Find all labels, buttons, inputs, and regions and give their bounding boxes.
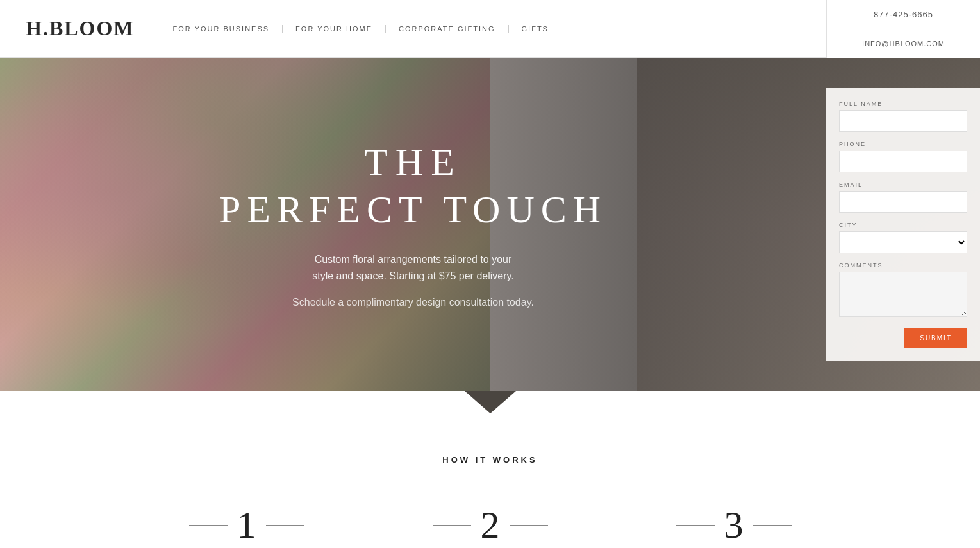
- hero-subtitle: Custom floral arrangements tailored to y…: [38, 251, 788, 284]
- comments-field: COMMENTS: [839, 262, 967, 319]
- city-select[interactable]: [839, 231, 967, 253]
- step-2-line-left: [433, 525, 471, 526]
- svg-marker-0: [465, 391, 516, 413]
- step-3-line-right: [753, 525, 792, 526]
- comments-label: COMMENTS: [839, 262, 967, 269]
- full-name-input[interactable]: [839, 110, 967, 132]
- phone-input[interactable]: [839, 151, 967, 172]
- section-title: HOW IT WORKS: [26, 455, 954, 465]
- contact-form: FULL NAME PHONE EMAIL CITY COMMENTS: [826, 88, 980, 361]
- city-field: CITY: [839, 222, 967, 253]
- nav-for-your-home[interactable]: FOR YOUR HOME: [283, 25, 386, 33]
- step-3-number: 3: [724, 503, 743, 547]
- chevron-icon: [465, 391, 516, 413]
- step-3-line-left: [676, 525, 715, 526]
- hero-cta: Schedule a complimentary design consulta…: [38, 297, 788, 308]
- nav-corporate-gifting[interactable]: CORPORATE GIFTING: [386, 25, 509, 33]
- steps-row: 1 DESIGN Your personal design consultant…: [26, 503, 954, 548]
- step-1-number: 1: [237, 503, 256, 547]
- submit-button[interactable]: SUBMIT: [904, 328, 967, 348]
- phone-label: PHONE: [839, 141, 967, 147]
- comments-textarea[interactable]: [839, 272, 967, 317]
- hero-text: THE PERFECT TOUCH Custom floral arrangem…: [0, 115, 826, 334]
- step-1: 1 DESIGN Your personal design consultant…: [125, 503, 369, 548]
- logo[interactable]: H.BLOOM: [26, 17, 135, 40]
- header-contact: 877-425-6665 INFO@HBLOOM.COM: [826, 0, 980, 58]
- full-name-field: FULL NAME: [839, 101, 967, 132]
- full-name-label: FULL NAME: [839, 101, 967, 107]
- email-address[interactable]: INFO@HBLOOM.COM: [827, 29, 980, 58]
- nav-for-your-business[interactable]: FOR YOUR BUSINESS: [173, 25, 283, 33]
- step-1-number-row: 1: [144, 503, 349, 547]
- phone-number[interactable]: 877-425-6665: [827, 0, 980, 29]
- hero-content: THE PERFECT TOUCH Custom floral arrangem…: [0, 58, 980, 391]
- email-field: EMAIL: [839, 181, 967, 213]
- step-2-number: 2: [481, 503, 500, 547]
- step-2-number-row: 2: [388, 503, 593, 547]
- step-3: 3 ENJOY We hand deliver your custom arra…: [612, 503, 856, 548]
- step-1-line-right: [266, 525, 304, 526]
- how-it-works-section: HOW IT WORKS 1 DESIGN Your personal desi…: [0, 417, 980, 548]
- phone-field: PHONE: [839, 141, 967, 172]
- chevron-divider: [0, 391, 980, 417]
- header: H.BLOOM FOR YOUR BUSINESS FOR YOUR HOME …: [0, 0, 980, 58]
- step-1-line-left: [189, 525, 228, 526]
- hero-section: THE PERFECT TOUCH Custom floral arrangem…: [0, 58, 980, 391]
- city-label: CITY: [839, 222, 967, 228]
- email-input[interactable]: [839, 191, 967, 213]
- step-3-number-row: 3: [631, 503, 836, 547]
- step-2-line-right: [510, 525, 548, 526]
- email-label: EMAIL: [839, 181, 967, 188]
- nav-gifts[interactable]: GIFTS: [509, 25, 561, 33]
- hero-title-the: THE: [38, 140, 788, 185]
- step-2: 2 SCHEDULE We provide a custom proposal …: [369, 503, 612, 548]
- hero-title-main: PERFECT TOUCH: [38, 188, 788, 232]
